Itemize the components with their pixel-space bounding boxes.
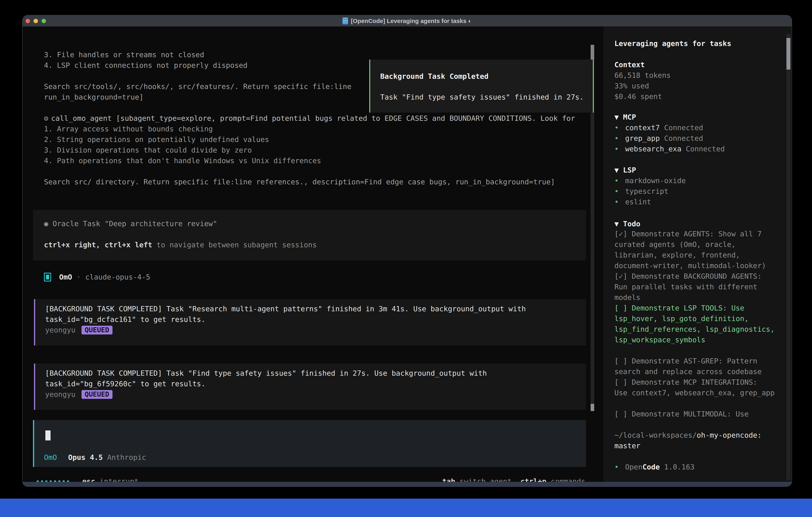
agent-header: OmO · claude-opus-4-5: [44, 272, 150, 282]
session-sidebar: Leveraging agents for tasks Context 66,5…: [603, 27, 792, 482]
lsp-name: typescript: [625, 186, 669, 196]
background-task-message-1: [BACKGROUND TASK COMPLETED] Task "Resear…: [34, 299, 586, 346]
text-cursor: [46, 430, 51, 440]
mcp-item-grep-app: •grep_appConnected: [614, 133, 784, 143]
window-title: [OpenCode] Leveraging agents for tasks ◐: [351, 18, 472, 24]
tool-call-list: 1. Array access without bounds checking …: [44, 124, 321, 166]
gear-icon: ⚙: [44, 114, 48, 123]
mcp-name: websearch_exa: [625, 143, 682, 154]
green-dot-icon: •: [614, 462, 619, 472]
app-name-bold: Code: [642, 462, 660, 472]
toast-notification[interactable]: Background Task Completed Task "Find typ…: [369, 60, 594, 113]
message-meta: yeongyu QUEUED: [45, 325, 586, 335]
app-version: • OpenCode 1.0.163: [614, 462, 784, 472]
session-title: Leveraging agents for tasks: [614, 38, 784, 49]
path-prefix: ~/local-workspaces/: [614, 431, 697, 439]
context-stats: 66,518 tokens 33% used $0.46 spent: [614, 70, 784, 102]
green-dot-icon: •: [614, 196, 619, 207]
background-task-message-2: [BACKGROUND TASK COMPLETED] Task "Find t…: [34, 363, 586, 410]
traffic-lights: [26, 19, 46, 23]
model-name-label: Opus 4.5: [68, 452, 103, 463]
git-branch: master: [614, 442, 640, 450]
notification-body: Task "Find type safety issues" finished …: [380, 92, 590, 102]
mcp-status: Connected: [664, 133, 703, 143]
todo-item-ast-grep: [ ] Demonstrate AST-GREP: Pattern search…: [614, 356, 784, 377]
zoom-button[interactable]: [41, 19, 46, 23]
todo-list: [✓] Demonstrate AGENTS: Show all 7 curat…: [614, 228, 784, 419]
mcp-name: grep_app: [625, 133, 660, 143]
green-dot-icon: •: [614, 123, 619, 133]
green-dot-icon: •: [614, 175, 619, 186]
mcp-item-websearch-exa: •websearch_exaConnected: [614, 143, 784, 154]
green-dot-icon: •: [614, 143, 619, 154]
lsp-name: markdown-oxide: [625, 175, 686, 186]
todo-item-background-agents: [✓] Demonstrate BACKGROUND AGENTS: Run p…: [614, 271, 784, 303]
oracle-task-panel: ◉ Oracle Task "Deep architecture review"…: [33, 210, 586, 261]
todo-item-mcp-integrations: [ ] Demonstrate MCP INTEGRATIONS: Use co…: [614, 377, 784, 398]
desktop-bottom-bar: [0, 498, 812, 517]
close-button[interactable]: [26, 19, 30, 23]
desktop: [OpenCode] Leveraging agents for tasks ◐…: [0, 0, 812, 517]
lsp-list: •markdown-oxide •typescript •eslint: [614, 175, 784, 207]
lsp-item-eslint: •eslint: [614, 196, 784, 207]
mcp-name: context7: [625, 123, 660, 133]
lsp-section-header[interactable]: ▼ LSP: [614, 165, 784, 175]
model-indicator[interactable]: OmO Opus 4.5 Anthropic: [44, 452, 146, 463]
hint-text: to navigate between subagent sessions: [152, 241, 317, 249]
mcp-status: Connected: [664, 123, 703, 133]
oracle-task-title: ◉ Oracle Task "Deep architecture review": [44, 218, 586, 229]
green-dot-icon: •: [614, 133, 619, 143]
green-dot-icon: •: [614, 186, 619, 196]
terminal-output-top: 3. File handles or streams not closed 4.…: [44, 49, 351, 102]
message-text: [BACKGROUND TASK COMPLETED] Task "Resear…: [45, 303, 586, 325]
minimize-button[interactable]: [34, 19, 38, 23]
sidebar-scrollbar-thumb[interactable]: [786, 38, 790, 70]
todo-item-agents: [✓] Demonstrate AGENTS: Show all 7 curat…: [614, 228, 784, 271]
message-text: [BACKGROUND TASK COMPLETED] Task "Find t…: [45, 368, 586, 389]
path-repo: oh-my-opencode:: [697, 431, 762, 439]
scrollbar-thumb-bottom[interactable]: [590, 404, 594, 411]
mcp-item-context7: •context7Connected: [614, 123, 784, 133]
omo-agent-icon: [44, 273, 51, 281]
todo-section-header[interactable]: ▼ Todo: [614, 219, 784, 229]
context-heading: Context: [614, 59, 784, 70]
sidebar-scrollbar[interactable]: [786, 34, 790, 480]
window-bottom-frame: [23, 482, 792, 486]
workspace-path: ~/local-workspaces/oh-my-opencode:master: [614, 430, 784, 451]
todo-item-lsp-tools: [ ] Demonstrate LSP TOOLS: Use lsp_hover…: [614, 303, 784, 345]
search-instruction-line: Search src/ directory. Return specific f…: [44, 176, 555, 187]
model-provider-label: Anthropic: [107, 452, 146, 463]
lsp-name: eslint: [625, 196, 651, 207]
lsp-item-markdown-oxide: •markdown-oxide: [614, 175, 784, 186]
lsp-item-typescript: •typescript: [614, 186, 784, 196]
hint-keys: ctrl+x right, ctrl+x left: [44, 241, 152, 249]
terminal-window: [OpenCode] Leveraging agents for tasks ◐…: [23, 16, 792, 486]
agent-name: OmO: [59, 272, 72, 282]
message-author: yeongyu: [45, 325, 76, 335]
prompt-input[interactable]: OmO Opus 4.5 Anthropic: [33, 420, 586, 467]
message-author: yeongyu: [45, 389, 76, 400]
scrollbar-thumb-top[interactable]: [590, 45, 594, 60]
todo-item-multimodal: [ ] Demonstrate MULTIMODAL: Use: [614, 409, 784, 419]
app-name-prefix: Open: [625, 462, 643, 472]
model-agent-label: OmO: [44, 452, 57, 463]
conversation-pane[interactable]: 3. File handles or streams not closed 4.…: [23, 27, 603, 482]
subagent-nav-hint: ctrl+x right, ctrl+x left to navigate be…: [44, 240, 586, 250]
document-icon: [343, 18, 348, 24]
mcp-status: Connected: [686, 143, 725, 154]
titlebar[interactable]: [OpenCode] Leveraging agents for tasks ◐: [23, 16, 792, 27]
tool-call-text: call_omo_agent [subagent_type=explore, p…: [51, 114, 575, 123]
version-number: 1.0.163: [664, 462, 695, 472]
agent-separator: ·: [77, 272, 81, 282]
omo-agent-icon-inner: [46, 275, 49, 279]
mcp-section-header[interactable]: ▼ MCP: [614, 112, 784, 123]
notification-title: Background Task Completed: [380, 71, 590, 82]
title-group: [OpenCode] Leveraging agents for tasks ◐: [23, 18, 792, 24]
mcp-list: •context7Connected •grep_appConnected •w…: [614, 123, 784, 154]
message-meta: yeongyu QUEUED: [45, 389, 586, 400]
status-badge: QUEUED: [82, 390, 113, 399]
status-badge: QUEUED: [82, 326, 113, 334]
agent-model: claude-opus-4-5: [85, 272, 150, 282]
tool-call-line: ⚙call_omo_agent [subagent_type=explore, …: [44, 113, 575, 124]
